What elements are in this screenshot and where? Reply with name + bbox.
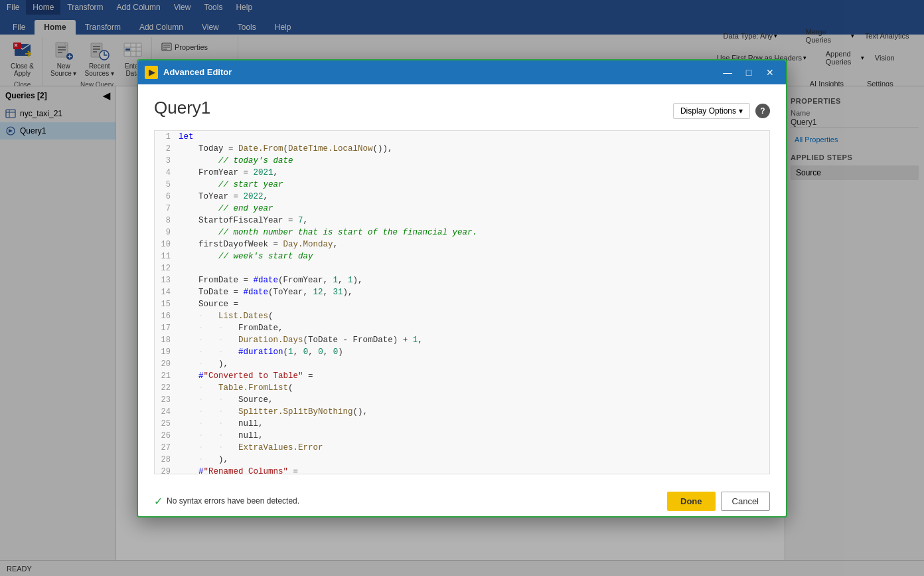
code-line: 13 FromDate = #date(FromYear, 1, 1), (155, 274, 769, 286)
code-line: 15 Source = (155, 298, 769, 310)
cancel-button[interactable]: Cancel (721, 492, 770, 511)
modal-titlebar: ▶ Advanced Editor — □ ✕ (138, 60, 786, 84)
modal-close-button[interactable]: ✕ (761, 64, 779, 80)
code-line: 10 firstDayofWeek = Day.Monday, (155, 239, 769, 250)
modal-title-text: Advanced Editor (163, 67, 718, 77)
check-icon: ✓ (154, 495, 163, 508)
code-line: 12 (155, 262, 769, 274)
code-line: 1 let (155, 131, 769, 143)
code-line: 29 #"Renamed Columns" = (155, 466, 769, 474)
code-line: 24 · · Splitter.SplitByNothing(), (155, 406, 769, 418)
code-line: 4 FromYear = 2021, (155, 167, 769, 179)
code-line: 14 ToDate = #date(ToYear, 12, 31), (155, 286, 769, 298)
code-line: 21 #"Converted to Table" = (155, 370, 769, 382)
code-line: 7 // end year (155, 203, 769, 215)
code-line: 20 · ), (155, 358, 769, 370)
advanced-editor-modal: ▶ Advanced Editor — □ ✕ Query1 Display O… (137, 59, 787, 518)
modal-minimize-button[interactable]: — (718, 64, 737, 80)
help-button[interactable]: ? (755, 104, 770, 118)
code-line: 9 // month number that is start of the f… (155, 227, 769, 239)
syntax-status-text: No syntax errors have been detected. (167, 496, 299, 506)
code-line: 23 · · Source, (155, 394, 769, 406)
display-options-chevron: ▾ (739, 106, 743, 116)
modal-overlay: ▶ Advanced Editor — □ ✕ Query1 Display O… (0, 0, 924, 576)
code-line: 6 ToYear = 2022, (155, 191, 769, 203)
modal-body: Query1 Display Options ▾ ? 1 let 2 Today… (138, 84, 786, 485)
code-line: 16 · List.Dates( (155, 310, 769, 322)
code-line: 22 · Table.FromList( (155, 382, 769, 394)
code-line: 28 · ), (155, 454, 769, 466)
code-line: 26 · · null, (155, 430, 769, 442)
done-button[interactable]: Done (667, 492, 716, 511)
code-line: 3 // today's date (155, 155, 769, 167)
modal-maximize-button[interactable]: □ (739, 64, 758, 80)
code-line: 8 StartofFiscalYear = 7, (155, 215, 769, 227)
display-options-button[interactable]: Display Options ▾ (673, 103, 750, 119)
code-line: 27 · · ExtraValues.Error (155, 442, 769, 454)
code-line: 2 Today = Date.From(DateTime.LocalNow())… (155, 143, 769, 155)
modal-query-name: Query1 (154, 98, 210, 118)
display-options-label: Display Options (680, 106, 736, 116)
code-line: 5 // start year (155, 179, 769, 191)
code-line: 11 // week's start day (155, 250, 769, 262)
code-line: 19 · · #duration(1, 0, 0, 0) (155, 346, 769, 358)
syntax-check-area: ✓ No syntax errors have been detected. (154, 495, 667, 508)
modal-controls: — □ ✕ (718, 64, 779, 80)
code-line: 18 · · Duration.Days(ToDate - FromDate) … (155, 334, 769, 346)
modal-title-icon: ▶ (145, 66, 158, 79)
code-line: 17 · · FromDate, (155, 322, 769, 334)
code-line: 25 · · null, (155, 418, 769, 430)
modal-footer-buttons: Done Cancel (667, 492, 770, 511)
code-editor[interactable]: 1 let 2 Today = Date.From(DateTime.Local… (154, 130, 770, 474)
modal-footer: ✓ No syntax errors have been detected. D… (138, 485, 786, 516)
